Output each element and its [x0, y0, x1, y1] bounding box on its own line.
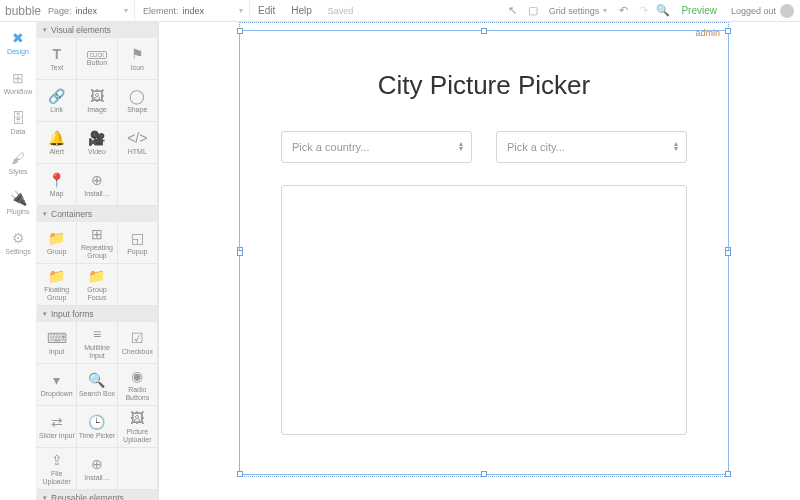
palette-install-visual[interactable]: ⊕Install… — [77, 164, 117, 206]
palette-text[interactable]: TText — [37, 38, 77, 80]
redo-icon[interactable]: ↷ — [633, 4, 653, 17]
plus-circle-icon: ⊕ — [91, 172, 103, 188]
file-upload-icon: ⇪ — [51, 452, 63, 468]
palette-image[interactable]: 🖼Image — [77, 80, 117, 122]
plugins-icon: 🔌 — [10, 190, 27, 206]
palette-input[interactable]: ⌨Input — [37, 322, 77, 364]
palette-repeating-group[interactable]: ⊞Repeating Group — [77, 222, 117, 264]
palette-link[interactable]: 🔗Link — [37, 80, 77, 122]
popup-icon: ◱ — [131, 230, 144, 246]
clock-icon: 🕒 — [88, 414, 105, 430]
nav-styles[interactable]: 🖌Styles — [0, 142, 36, 182]
nav-plugins[interactable]: 🔌Plugins — [0, 182, 36, 222]
radio-icon: ◉ — [131, 368, 143, 384]
palette-floating-group[interactable]: 📁Floating Group — [37, 264, 77, 306]
resize-handle-s[interactable] — [481, 471, 487, 477]
logo: bubble — [0, 4, 40, 18]
chevron-down-icon: ▾ — [239, 6, 243, 15]
slider-icon: ⇄ — [51, 414, 63, 430]
responsive-icon[interactable]: ▢ — [523, 4, 543, 17]
palette-time-picker[interactable]: 🕒Time Picker — [77, 406, 117, 448]
help-menu[interactable]: Help — [283, 5, 320, 16]
palette-group[interactable]: 📁Group — [37, 222, 77, 264]
element-palette[interactable]: Visual elements TText CLICKButton ⚑Icon … — [37, 22, 159, 500]
folder-icon: 📁 — [48, 230, 65, 246]
page-title[interactable]: City Picture Picker — [281, 70, 687, 101]
nav-settings[interactable]: ⚙Settings — [0, 222, 36, 262]
palette-searchbox[interactable]: 🔍Search Box — [77, 364, 117, 406]
section-visual-elements[interactable]: Visual elements — [37, 22, 158, 38]
palette-dropdown[interactable]: ▾Dropdown — [37, 364, 77, 406]
preview-button[interactable]: Preview — [673, 5, 725, 16]
element-selector[interactable]: Element: index ▾ — [135, 0, 250, 21]
palette-slider-input[interactable]: ⇄Slider Input — [37, 406, 77, 448]
palette-icon[interactable]: ⚑Icon — [118, 38, 158, 80]
palette-install-input[interactable]: ⊕Install… — [77, 448, 117, 490]
city-dropdown[interactable]: Pick a city... ▴▾ — [496, 131, 687, 163]
undo-icon[interactable]: ↶ — [613, 4, 633, 17]
page-selector[interactable]: Page: index ▾ — [40, 0, 135, 21]
pin-icon: 📍 — [48, 172, 65, 188]
palette-empty — [118, 164, 158, 206]
grid-settings[interactable]: Grid settings ▾ — [543, 6, 614, 16]
palette-map[interactable]: 📍Map — [37, 164, 77, 206]
nav-data[interactable]: 🗄Data — [0, 102, 36, 142]
search-icon[interactable]: 🔍 — [653, 4, 673, 17]
design-icon: ✖ — [12, 30, 24, 46]
search-icon: 🔍 — [88, 372, 105, 388]
plus-circle-icon: ⊕ — [91, 456, 103, 472]
section-input-forms[interactable]: Input forms — [37, 306, 158, 322]
palette-checkbox[interactable]: ☑Checkbox — [118, 322, 158, 364]
resize-handle-se[interactable] — [725, 471, 731, 477]
palette-shape[interactable]: ◯Shape — [118, 80, 158, 122]
chevron-down-icon: ▾ — [124, 6, 128, 15]
nav-label: Workflow — [4, 88, 33, 95]
resize-handle-sw[interactable] — [237, 471, 243, 477]
input-icon: ⌨ — [47, 330, 67, 346]
nav-label: Design — [7, 48, 29, 55]
grid-settings-label: Grid settings — [549, 6, 600, 16]
palette-multiline-input[interactable]: ≡Multiline Input — [77, 322, 117, 364]
account-label: Logged out — [731, 6, 776, 16]
video-icon: 🎥 — [88, 130, 105, 146]
palette-group-focus[interactable]: 📁Group Focus — [77, 264, 117, 306]
country-dropdown[interactable]: Pick a country... ▴▾ — [281, 131, 472, 163]
palette-popup[interactable]: ◱Popup — [118, 222, 158, 264]
palette-radio-buttons[interactable]: ◉Radio Buttons — [118, 364, 158, 406]
palette-empty — [118, 264, 158, 306]
canvas[interactable]: admin City Picture Picker Pick a country… — [159, 22, 800, 500]
nav-label: Styles — [8, 168, 27, 175]
edit-menu[interactable]: Edit — [250, 5, 283, 16]
bell-icon: 🔔 — [48, 130, 65, 146]
sort-arrows-icon: ▴▾ — [674, 142, 678, 152]
nav-workflow[interactable]: ⊞Workflow — [0, 62, 36, 102]
image-icon: 🖼 — [90, 88, 104, 104]
code-icon: </> — [127, 130, 147, 146]
checkbox-icon: ☑ — [131, 330, 144, 346]
styles-icon: 🖌 — [11, 150, 25, 166]
topbar: bubble Page: index ▾ Element: index ▾ Ed… — [0, 0, 800, 22]
avatar-icon — [780, 4, 794, 18]
palette-html[interactable]: </>HTML — [118, 122, 158, 164]
palette-file-uploader[interactable]: ⇪File Uploader — [37, 448, 77, 490]
page-content: City Picture Picker Pick a country... ▴▾… — [241, 32, 727, 455]
palette-video[interactable]: 🎥Video — [77, 122, 117, 164]
workflow-icon: ⊞ — [12, 70, 24, 86]
section-containers[interactable]: Containers — [37, 206, 158, 222]
palette-picture-uploader[interactable]: 🖼Picture Uploader — [118, 406, 158, 448]
account-menu[interactable]: Logged out — [725, 4, 800, 18]
gear-icon: ⚙ — [12, 230, 25, 246]
repeat-icon: ⊞ — [91, 226, 103, 242]
shape-icon: ◯ — [129, 88, 145, 104]
text-icon: T — [52, 46, 61, 62]
data-icon: 🗄 — [11, 110, 25, 126]
nav-label: Data — [11, 128, 26, 135]
palette-alert[interactable]: 🔔Alert — [37, 122, 77, 164]
element-selector-label: Element: — [143, 6, 179, 16]
palette-empty — [118, 448, 158, 490]
palette-button[interactable]: CLICKButton — [77, 38, 117, 80]
image-placeholder[interactable] — [281, 185, 687, 435]
cursor-icon[interactable]: ↖ — [503, 4, 523, 17]
section-reusable-elements[interactable]: Reusable elements — [37, 490, 158, 500]
nav-design[interactable]: ✖Design — [0, 22, 36, 62]
